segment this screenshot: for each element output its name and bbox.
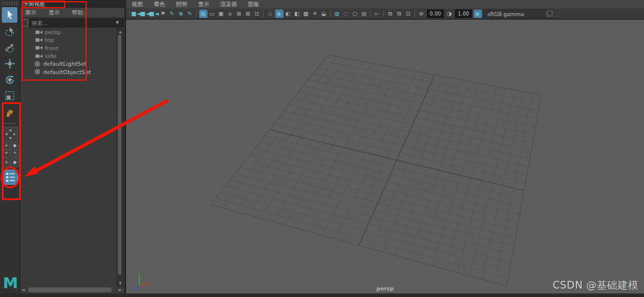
search-input[interactable]	[29, 19, 124, 27]
field-chart-icon[interactable]: ⊞	[235, 10, 243, 18]
outliner-vertical-scrollbar[interactable]: ▲ ▼	[117, 28, 124, 286]
outliner-item-label: persp	[45, 29, 61, 35]
viewport-menubar: 视图着色照明显示渲染器面板	[126, 0, 644, 8]
lasso-select-tool[interactable]	[2, 23, 17, 39]
outliner-item-front[interactable]: front	[20, 44, 117, 52]
viewport-menu-4[interactable]: 渲染器	[220, 1, 237, 8]
antialias-icon[interactable]: ○	[351, 10, 359, 18]
scroll-right-icon[interactable]: ►	[119, 287, 122, 292]
three-pane-layout-buttons-1[interactable]: +	[11, 149, 19, 157]
two-pane-layout-buttons-0[interactable]: +	[2, 158, 10, 167]
single-pane-layout-button[interactable]	[3, 127, 18, 142]
viewport-menu-2[interactable]: 照明	[176, 1, 187, 8]
use-default-material-icon[interactable]: ▩	[302, 10, 310, 18]
three-pane-layout-buttons-0[interactable]: +	[2, 149, 10, 157]
select-tool-icon	[4, 10, 16, 21]
view-transform-value: sRGB gamma	[487, 11, 524, 17]
scroll-down-icon[interactable]: ▼	[117, 281, 123, 285]
camera-select-icon[interactable]: ■◄	[132, 10, 141, 18]
outliner-item-defaultLightSet[interactable]: defaultLightSet	[20, 60, 117, 68]
outliner-item-side[interactable]: side	[20, 52, 117, 60]
toolbar-separator-29	[370, 10, 371, 17]
outliner-tree: persptopfrontsidedefaultLightSetdefaultO…	[20, 28, 117, 285]
film-gate-icon[interactable]: ▭	[208, 10, 216, 18]
snap-icon[interactable]: ⊕	[177, 10, 185, 18]
svg-text:y: y	[138, 272, 141, 276]
transparency-icon[interactable]: ■	[360, 10, 368, 18]
outliner-item-label: defaultLightSet	[43, 60, 87, 67]
toolbar-separator-16	[263, 10, 264, 17]
svg-text:x: x	[149, 281, 151, 285]
shadows-icon[interactable]: ◒	[320, 10, 328, 18]
maya-logo: M	[3, 274, 18, 292]
camera-icon	[35, 45, 43, 51]
maya-window: +◆+++◆ M 大纲视图 展示显示帮助 ▼ persptopfrontside…	[0, 0, 644, 297]
outliner-tab-bar: 大纲视图	[20, 0, 124, 8]
gate-mask-icon[interactable]: ▪	[226, 10, 234, 18]
horizontal-scroll-thumb[interactable]	[28, 287, 112, 292]
outliner-menubar: 展示显示帮助	[20, 8, 124, 18]
viewport-menu-1[interactable]: 着色	[154, 1, 165, 8]
grid-toggle-icon[interactable]: ▦	[199, 10, 207, 18]
camera-icon	[35, 37, 43, 43]
gamma-field[interactable]: 1.00	[455, 10, 472, 18]
camera-lock-icon[interactable]: ■◄	[141, 10, 149, 18]
search-dropdown-icon[interactable]: ▼	[116, 20, 119, 25]
viewport-menu-5[interactable]: 面板	[248, 1, 260, 8]
scale-tool[interactable]	[2, 88, 17, 103]
move-tool[interactable]	[2, 56, 17, 71]
snapshot-icon[interactable]: ⧉	[386, 10, 395, 18]
scale-tool-icon	[4, 90, 16, 102]
scroll-left-icon[interactable]: ◄	[22, 287, 25, 292]
outliner-persp-layout-button[interactable]	[3, 170, 18, 185]
viewport-canvas[interactable]: y x z persp	[126, 19, 644, 293]
viewport-menu-3[interactable]: 显示	[198, 1, 209, 8]
textured-icon[interactable]: ◧	[293, 10, 301, 18]
outliner-item-label: front	[45, 45, 59, 51]
annotate-pen-icon[interactable]: ✎	[186, 10, 194, 18]
paint-select-tool[interactable]	[2, 39, 17, 55]
safe-title-icon[interactable]: ⊡	[253, 10, 261, 18]
outliner-menu-2[interactable]: 帮助	[72, 9, 83, 17]
watermark-text: CSDN @基础建模	[553, 278, 639, 292]
color-management-icon[interactable]: ◉	[474, 10, 482, 18]
viewport-menu-0[interactable]: 视图	[132, 1, 143, 8]
outliner-item-top[interactable]: top	[20, 36, 117, 44]
camera-attributes-icon[interactable]: ■◄	[150, 10, 158, 18]
lights-icon[interactable]: ☀	[311, 10, 319, 18]
wireframe-icon[interactable]: ◇	[266, 10, 274, 18]
toolbox-drag-handle[interactable]	[1, 1, 18, 5]
two-pane-layout-buttons-1[interactable]: ◆	[11, 158, 19, 167]
resolution-gate-icon[interactable]: ▣	[217, 10, 225, 18]
scroll-up-icon[interactable]: ▲	[117, 29, 123, 33]
image-plane-icon[interactable]: ⊡	[404, 10, 413, 18]
lasso-select-tool-icon	[4, 26, 16, 37]
safe-action-icon[interactable]: ⊠	[244, 10, 252, 18]
outliner-horizontal-scrollbar[interactable]: ◄ ►	[22, 287, 122, 293]
grease-pencil-icon[interactable]: ✎	[168, 10, 176, 18]
outliner-item-defaultObjectSet[interactable]: defaultObjectSet	[20, 68, 117, 75]
multi-snapshot-icon[interactable]: ⧉	[395, 10, 404, 18]
select-tool[interactable]	[2, 7, 17, 23]
outliner-menu-0[interactable]: 展示	[25, 9, 36, 17]
smooth-shade-icon[interactable]: ◆	[275, 10, 283, 18]
flat-shade-icon[interactable]: ◐	[284, 10, 292, 18]
exposure-icon[interactable]: ⊛	[417, 10, 426, 18]
gamma-icon[interactable]: ◑	[445, 10, 454, 18]
ambient-occlusion-icon[interactable]: ◍	[333, 10, 341, 18]
view-transform-select[interactable]: sRGB gamma▼	[484, 10, 554, 18]
last-tool-used[interactable]	[2, 105, 17, 120]
outliner-menu-1[interactable]: 显示	[48, 9, 60, 17]
exposure-field[interactable]: 0.00	[427, 10, 444, 18]
dropdown-arrow-icon[interactable]: ▼	[546, 10, 554, 17]
camera-icon	[35, 53, 43, 59]
outliner-item-persp[interactable]: persp	[20, 28, 117, 36]
camera-icon	[35, 29, 43, 35]
toolbar-separator-35	[414, 10, 415, 17]
vertical-scroll-thumb[interactable]	[118, 35, 121, 275]
isolate-select-icon[interactable]: ►	[373, 10, 381, 18]
motion-blur-icon[interactable]: ◌	[342, 10, 350, 18]
filter-icon[interactable]	[22, 19, 28, 27]
bookmark-icon[interactable]: ⚑	[159, 10, 167, 18]
rotate-tool[interactable]	[2, 72, 17, 87]
